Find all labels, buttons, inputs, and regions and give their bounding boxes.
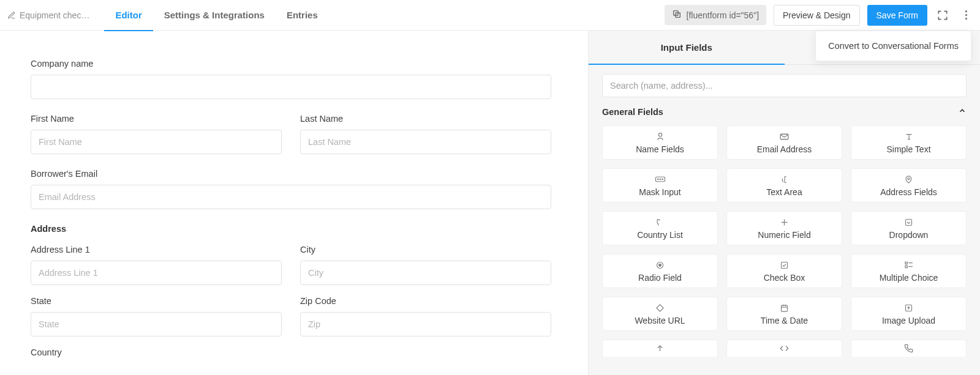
more-menu-button[interactable] [958, 7, 974, 23]
field-card-label: Dropdown [889, 230, 929, 240]
field-card-numeric-field[interactable]: Numeric Field [726, 211, 842, 245]
list-icon [904, 259, 914, 270]
field-card-text-area[interactable]: Text Area [726, 168, 842, 202]
field-card-email-address[interactable]: Email Address [726, 125, 842, 160]
field-card-dropdown[interactable]: Dropdown [851, 211, 967, 245]
paragraph-icon [780, 174, 789, 185]
pencil-icon [7, 11, 16, 20]
field-card-website-url[interactable]: Website URL [602, 297, 718, 331]
city-input[interactable] [300, 261, 551, 285]
svg-point-7 [662, 179, 663, 180]
company-label: Company name [31, 59, 551, 69]
email-input[interactable] [31, 185, 551, 209]
field-card-partial[interactable] [726, 340, 842, 357]
copy-icon [672, 9, 682, 21]
map-pin-icon [904, 174, 913, 185]
preview-design-button[interactable]: Preview & Design [774, 5, 860, 26]
field-card-simple-text[interactable]: Simple Text [851, 125, 967, 160]
tab-editor[interactable]: Editor [104, 0, 153, 31]
general-fields-header[interactable]: General Fields [589, 106, 980, 125]
addr1-label: Address Line 1 [31, 245, 282, 254]
field-card-partial[interactable] [851, 340, 967, 357]
field-card-label: Name Fields [636, 144, 684, 154]
mail-icon [779, 131, 790, 142]
checkbox-icon [780, 259, 789, 270]
last-name-input[interactable] [300, 130, 551, 154]
search-input[interactable] [602, 74, 967, 97]
field-card-label: Numeric Field [758, 230, 810, 240]
form-title[interactable]: Equipment chec… [7, 10, 89, 20]
phone-icon [904, 343, 913, 354]
field-card-label: Website URL [635, 316, 685, 325]
field-card-radio-field[interactable]: Radio Field [602, 254, 718, 288]
image-upload-icon [904, 302, 913, 313]
field-card-country-list[interactable]: Country List [602, 211, 718, 245]
field-card-partial[interactable] [602, 340, 718, 357]
save-form-button[interactable]: Save Form [867, 5, 927, 26]
mask-icon [655, 174, 666, 185]
code-icon [780, 343, 789, 354]
last-name-label: Last Name [300, 114, 551, 124]
svg-point-11 [659, 264, 662, 266]
fields-grid: Name FieldsEmail AddressSimple TextMask … [589, 125, 980, 331]
addr1-input[interactable] [31, 261, 282, 285]
svg-point-5 [657, 179, 658, 180]
city-field[interactable]: City [300, 245, 551, 285]
company-input[interactable] [31, 75, 551, 99]
svg-point-8 [908, 177, 910, 179]
fullscreen-button[interactable] [935, 7, 951, 23]
field-card-name-fields[interactable]: Name Fields [602, 125, 718, 160]
field-card-label: Address Fields [880, 187, 937, 197]
flag-icon [655, 217, 665, 228]
email-field[interactable]: Borrower's Email [31, 169, 551, 209]
nav-right: [fluentform id="56"] Preview & Design Sa… [665, 5, 974, 26]
diamond-icon [655, 302, 665, 313]
field-card-multiple-choice[interactable]: Multiple Choice [851, 254, 967, 288]
text-cursor-icon [904, 131, 914, 142]
hash-icon [780, 217, 789, 228]
field-card-label: Image Upload [882, 316, 935, 325]
state-field[interactable]: State [31, 296, 282, 336]
state-input[interactable] [31, 312, 282, 336]
chevron-up-icon [958, 106, 967, 117]
last-name-field[interactable]: Last Name [300, 114, 551, 154]
upload-icon [655, 343, 665, 354]
svg-point-6 [660, 179, 661, 180]
state-label: State [31, 296, 282, 306]
address-heading: Address [31, 224, 551, 234]
first-name-input[interactable] [31, 130, 282, 154]
field-card-label: Multiple Choice [880, 273, 938, 283]
dots-vertical-icon [965, 10, 967, 20]
user-icon [655, 131, 665, 142]
calendar-icon [780, 302, 789, 313]
field-card-label: Mask Input [639, 187, 680, 197]
field-card-label: Country List [637, 230, 683, 240]
field-card-label: Check Box [764, 273, 805, 283]
zip-input[interactable] [300, 312, 551, 336]
form-canvas: Company name First Name Last Name Borrow… [0, 31, 588, 375]
field-card-label: Simple Text [886, 144, 930, 154]
nav-left: Equipment chec… Editor Settings & Integr… [7, 0, 329, 30]
convert-popover[interactable]: Convert to Conversational Forms [815, 31, 971, 61]
field-card-check-box[interactable]: Check Box [726, 254, 842, 288]
tab-entries[interactable]: Entries [276, 0, 329, 31]
first-name-field[interactable]: First Name [31, 114, 282, 154]
shortcode-chip[interactable]: [fluentform id="56"] [665, 5, 767, 25]
field-card-address-fields[interactable]: Address Fields [851, 168, 967, 202]
field-card-image-upload[interactable]: Image Upload [851, 297, 967, 331]
field-card-time-&-date[interactable]: Time & Date [726, 297, 842, 331]
tab-settings[interactable]: Settings & Integrations [153, 0, 276, 31]
zip-label: Zip Code [300, 296, 551, 306]
company-field[interactable]: Company name [31, 59, 551, 99]
workspace: Company name First Name Last Name Borrow… [0, 31, 980, 375]
field-card-label: Time & Date [761, 316, 808, 325]
email-label: Borrower's Email [31, 169, 551, 179]
country-label: Country [31, 347, 551, 357]
country-field[interactable]: Country [31, 347, 551, 357]
zip-field[interactable]: Zip Code [300, 296, 551, 336]
field-card-mask-input[interactable]: Mask Input [602, 168, 718, 202]
svg-rect-17 [782, 305, 788, 311]
panel-tab-input-fields[interactable]: Input Fields [589, 31, 785, 64]
shortcode-text: [fluentform id="56"] [687, 10, 760, 20]
addr1-field[interactable]: Address Line 1 [31, 245, 282, 285]
